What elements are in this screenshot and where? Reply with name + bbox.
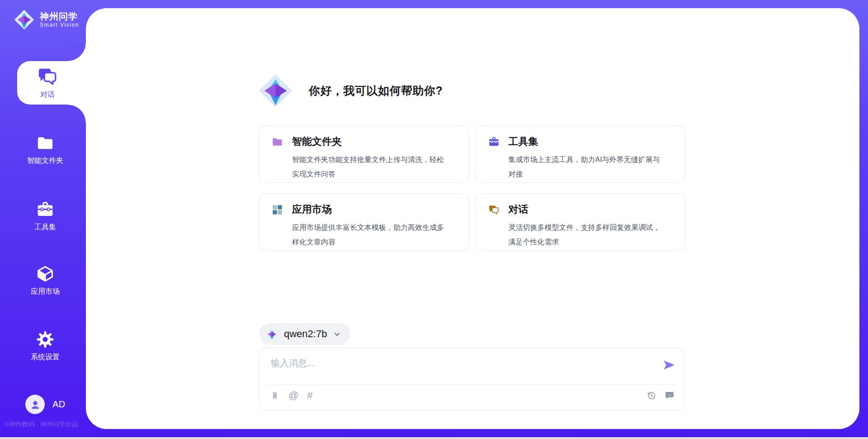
sidebar-item-settings[interactable]: 系统设置 xyxy=(0,330,90,362)
card-description: 集成市场上主流工具，助力AI与外界无缝扩展与对接 xyxy=(509,153,665,181)
chat-icon xyxy=(488,204,500,215)
greeting: 你好，我可以如何帮助你? xyxy=(258,73,443,109)
card-header: 工具集 xyxy=(488,135,673,148)
sidebar-item-label: 工具集 xyxy=(34,223,56,232)
card-header: 应用市场 xyxy=(272,203,456,216)
model-name: qwen2:7b xyxy=(284,328,327,340)
sidebar-item-label: 系统设置 xyxy=(31,353,60,362)
paperclip-icon[interactable] xyxy=(270,391,280,401)
brand-name: 神州问学 xyxy=(40,11,79,22)
feature-cards: 智能文件夹 智能文件夹功能支持批量文件上传与清洗，轻松实现文件问答 工具集 集成… xyxy=(259,125,685,251)
active-tab-curve-top xyxy=(68,43,86,61)
card-smart-folder[interactable]: 智能文件夹 智能文件夹功能支持批量文件上传与清洗，轻松实现文件问答 xyxy=(259,125,469,183)
brand-diamond-icon xyxy=(258,73,293,109)
send-icon[interactable] xyxy=(662,358,676,372)
card-description: 灵活切换多模型文件，支持多样回复效果调试，满足个性化需求 xyxy=(509,220,665,249)
model-selector[interactable]: qwen2:7b xyxy=(259,323,350,345)
message-composer: @ # xyxy=(259,348,684,410)
card-title: 对话 xyxy=(509,203,528,216)
card-chat[interactable]: 对话 灵活切换多模型文件，支持多样回复效果调试，满足个性化需求 xyxy=(475,193,686,251)
sidebar-item-label: 对话 xyxy=(40,90,55,100)
sidebar-item-app-market[interactable]: 应用市场 xyxy=(0,265,90,296)
grid-icon xyxy=(272,204,283,215)
cube-icon xyxy=(36,265,54,283)
history-icon[interactable] xyxy=(646,391,656,401)
person-icon xyxy=(29,399,41,410)
card-toolset[interactable]: 工具集 集成市场上主流工具，助力AI与外界无缝扩展与对接 xyxy=(475,125,686,183)
sidebar-item-chat[interactable]: 对话 xyxy=(17,61,86,105)
sidebar-item-label: 应用市场 xyxy=(31,287,60,296)
composer-input-row xyxy=(259,348,684,380)
brand-text: 神州问学 Smart Vision xyxy=(40,11,79,28)
window-bottom-edge xyxy=(0,437,868,439)
chevron-down-icon xyxy=(333,330,341,339)
folder-icon xyxy=(36,134,54,152)
composer-tools-right xyxy=(646,391,675,401)
card-description: 智能文件夹功能支持批量文件上传与清洗，轻松实现文件问答 xyxy=(292,153,448,181)
chat-bubble-icon[interactable] xyxy=(665,391,675,401)
chat-icon xyxy=(37,66,58,87)
brand-diamond-icon xyxy=(266,328,278,340)
user-account[interactable]: AD xyxy=(25,395,66,414)
folder-icon xyxy=(272,136,283,148)
brand-subtitle: Smart Vision xyxy=(40,22,79,28)
brand-logo: 神州问学 Smart Vision xyxy=(14,9,79,30)
avatar xyxy=(25,395,45,414)
card-description: 应用市场提供丰富长文本模板，助力高效生成多样化文章内容 xyxy=(292,220,448,249)
app-window: 神州问学 Smart Vision 对话 智能文件夹 工具集 应用市场 系统设置… xyxy=(0,0,868,439)
user-name: AD xyxy=(52,399,66,410)
card-app-market[interactable]: 应用市场 应用市场提供丰富长文本模板，助力高效生成多样化文章内容 xyxy=(259,193,469,251)
sidebar-item-toolset[interactable]: 工具集 xyxy=(0,200,90,232)
hash-icon[interactable]: # xyxy=(307,391,312,401)
card-header: 智能文件夹 xyxy=(272,135,456,148)
card-header: 对话 xyxy=(488,203,673,216)
toolbox-icon xyxy=(488,136,500,148)
message-input[interactable] xyxy=(270,356,662,380)
card-title: 应用市场 xyxy=(292,203,332,216)
composer-toolbar: @ # xyxy=(259,385,684,401)
active-tab-curve-bottom xyxy=(68,105,86,123)
toolbox-icon xyxy=(36,200,54,219)
sidebar-item-label: 智能文件夹 xyxy=(27,156,63,166)
at-icon[interactable]: @ xyxy=(288,391,298,401)
sidebar-item-smart-folder[interactable]: 智能文件夹 xyxy=(0,134,90,166)
gear-icon xyxy=(36,330,54,348)
card-title: 工具集 xyxy=(509,135,538,148)
greeting-title: 你好，我可以如何帮助你? xyxy=(309,83,443,98)
copyright-footer: ©神州数码 · 神州问学出品 xyxy=(5,420,78,429)
brand-diamond-icon xyxy=(14,9,35,30)
card-title: 智能文件夹 xyxy=(292,135,342,148)
main-panel: 你好，我可以如何帮助你? 智能文件夹 智能文件夹功能支持批量文件上传与清洗，轻松… xyxy=(86,8,859,429)
composer-tools-left: @ # xyxy=(270,391,313,401)
